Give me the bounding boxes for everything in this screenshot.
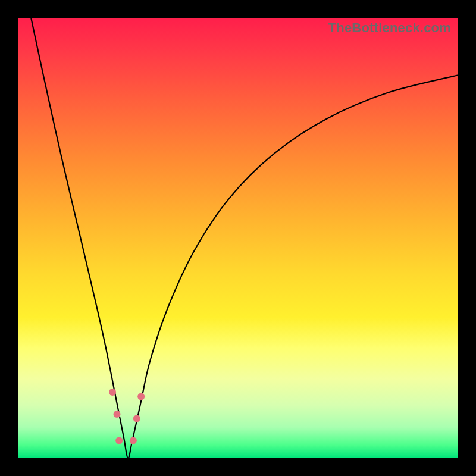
- marker-dot: [115, 437, 123, 444]
- marker-dot: [137, 393, 145, 400]
- bottleneck-curve: [18, 18, 458, 458]
- marker-dot: [133, 415, 140, 422]
- marker-layer: [99, 322, 161, 454]
- marker-capsule: [148, 330, 161, 374]
- marker-capsule: [99, 322, 108, 366]
- chart-frame: TheBottleneck.com: [0, 0, 476, 476]
- marker-dot: [130, 437, 137, 444]
- curve-path: [31, 18, 458, 458]
- marker-dot: [114, 411, 121, 418]
- marker-dot: [109, 389, 116, 396]
- plot-area: TheBottleneck.com: [18, 18, 458, 458]
